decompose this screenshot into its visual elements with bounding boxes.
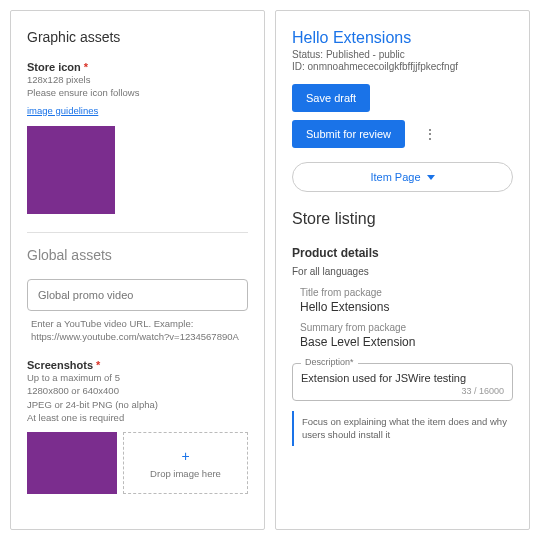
item-page-label: Item Page — [370, 171, 420, 183]
description-counter: 33 / 16000 — [301, 386, 504, 396]
screenshots-l4: At least one is required — [27, 411, 248, 424]
plus-icon: + — [181, 448, 189, 464]
screenshots-l1: Up to a maximum of 5 — [27, 371, 248, 384]
description-value: Extension used for JSWire testing — [301, 372, 504, 384]
title-from-package-value: Hello Extensions — [292, 300, 513, 314]
graphic-assets-heading: Graphic assets — [27, 29, 248, 45]
global-promo-video-input[interactable] — [27, 279, 248, 311]
screenshot-thumb[interactable] — [27, 432, 117, 494]
status-text: Status: Published - public — [292, 49, 513, 60]
for-all-languages: For all languages — [292, 266, 513, 277]
screenshots-l2: 1280x800 or 640x400 — [27, 384, 248, 397]
summary-from-package-value: Base Level Extension — [292, 335, 513, 349]
image-guidelines-link[interactable]: image guidelines — [27, 105, 98, 116]
title-from-package-label: Title from package — [292, 287, 513, 298]
screenshots-l3: JPEG or 24-bit PNG (no alpha) — [27, 398, 248, 411]
dropzone-label: Drop image here — [150, 468, 221, 479]
store-listing-heading: Store listing — [292, 210, 513, 228]
store-icon-preview[interactable] — [27, 126, 115, 214]
divider — [27, 232, 248, 233]
extension-id: ID: onmnoahmececoilgkfbffjjfpkecfngf — [292, 61, 513, 72]
description-field[interactable]: Description* Extension used for JSWire t… — [292, 363, 513, 401]
promo-video-help: Enter a YouTube video URL. Example: http… — [27, 317, 248, 344]
description-help: Focus on explaining what the item does a… — [292, 411, 513, 446]
more-options-icon[interactable]: ⋮ — [423, 126, 437, 142]
submit-for-review-button[interactable]: Submit for review — [292, 120, 405, 148]
description-label: Description* — [301, 357, 358, 367]
store-icon-ensure: Please ensure icon follows — [27, 86, 248, 99]
item-page-dropdown[interactable]: Item Page — [292, 162, 513, 192]
extension-title[interactable]: Hello Extensions — [292, 29, 513, 47]
screenshots-label: Screenshots * — [27, 359, 248, 371]
save-draft-button[interactable]: Save draft — [292, 84, 370, 112]
summary-from-package-label: Summary from package — [292, 322, 513, 333]
screenshot-dropzone[interactable]: + Drop image here — [123, 432, 248, 494]
store-icon-dims: 128x128 pixels — [27, 73, 248, 86]
chevron-down-icon — [427, 175, 435, 180]
store-icon-label: Store icon * — [27, 61, 248, 73]
product-details-heading: Product details — [292, 246, 513, 260]
global-assets-heading: Global assets — [27, 247, 248, 263]
